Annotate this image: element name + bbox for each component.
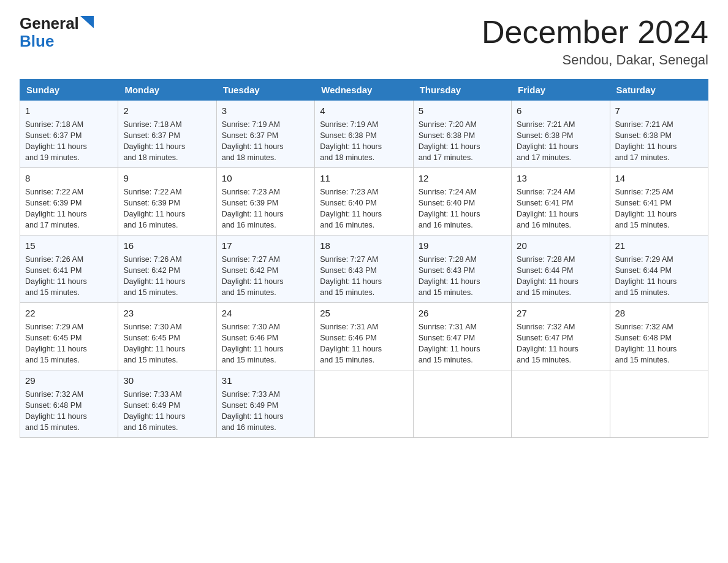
day-info: Sunrise: 7:32 AM Sunset: 6:48 PM Dayligh… [25, 389, 113, 434]
column-header-tuesday: Tuesday [216, 80, 314, 101]
day-number: 31 [222, 374, 309, 388]
day-number: 6 [517, 104, 604, 118]
day-info: Sunrise: 7:30 AM Sunset: 6:46 PM Dayligh… [222, 321, 309, 366]
calendar-day-cell: 27Sunrise: 7:32 AM Sunset: 6:47 PM Dayli… [512, 303, 610, 370]
day-info: Sunrise: 7:32 AM Sunset: 6:47 PM Dayligh… [517, 321, 604, 366]
day-number: 2 [123, 104, 211, 118]
calendar-day-cell: 25Sunrise: 7:31 AM Sunset: 6:46 PM Dayli… [315, 303, 413, 370]
day-number: 10 [222, 172, 309, 185]
logo-triangle-icon [80, 16, 94, 28]
day-number: 21 [615, 239, 703, 253]
day-number: 1 [25, 104, 113, 118]
day-number: 26 [419, 307, 506, 320]
calendar-day-cell: 20Sunrise: 7:28 AM Sunset: 6:44 PM Dayli… [512, 236, 610, 303]
calendar-day-cell: 9Sunrise: 7:22 AM Sunset: 6:39 PM Daylig… [118, 168, 216, 236]
day-info: Sunrise: 7:28 AM Sunset: 6:43 PM Dayligh… [419, 254, 506, 299]
calendar-day-cell: 24Sunrise: 7:30 AM Sunset: 6:46 PM Dayli… [216, 303, 314, 370]
calendar-day-cell: 14Sunrise: 7:25 AM Sunset: 6:41 PM Dayli… [610, 168, 708, 236]
logo-blue-text: Blue [20, 33, 54, 50]
day-info: Sunrise: 7:31 AM Sunset: 6:47 PM Dayligh… [419, 321, 506, 366]
day-info: Sunrise: 7:24 AM Sunset: 6:41 PM Dayligh… [517, 186, 604, 231]
day-number: 24 [222, 307, 309, 320]
calendar-day-cell: 12Sunrise: 7:24 AM Sunset: 6:40 PM Dayli… [413, 168, 511, 236]
empty-cell [315, 370, 413, 438]
day-number: 11 [320, 172, 408, 185]
day-info: Sunrise: 7:25 AM Sunset: 6:41 PM Dayligh… [615, 186, 703, 231]
calendar-day-cell: 16Sunrise: 7:26 AM Sunset: 6:42 PM Dayli… [118, 236, 216, 303]
calendar-header-row: SundayMondayTuesdayWednesdayThursdayFrid… [20, 80, 708, 101]
day-number: 29 [25, 374, 113, 388]
calendar-day-cell: 1Sunrise: 7:18 AM Sunset: 6:37 PM Daylig… [20, 101, 118, 168]
day-info: Sunrise: 7:18 AM Sunset: 6:37 PM Dayligh… [25, 119, 113, 164]
calendar-day-cell: 7Sunrise: 7:21 AM Sunset: 6:38 PM Daylig… [610, 101, 708, 168]
calendar-day-cell: 6Sunrise: 7:21 AM Sunset: 6:38 PM Daylig… [512, 101, 610, 168]
day-info: Sunrise: 7:23 AM Sunset: 6:40 PM Dayligh… [320, 186, 408, 231]
day-info: Sunrise: 7:27 AM Sunset: 6:43 PM Dayligh… [320, 254, 408, 299]
column-header-friday: Friday [512, 80, 610, 101]
day-number: 25 [320, 307, 408, 320]
calendar-day-cell: 10Sunrise: 7:23 AM Sunset: 6:39 PM Dayli… [216, 168, 314, 236]
calendar-day-cell: 4Sunrise: 7:19 AM Sunset: 6:38 PM Daylig… [315, 101, 413, 168]
calendar-week-row: 22Sunrise: 7:29 AM Sunset: 6:45 PM Dayli… [20, 303, 708, 370]
calendar-table: SundayMondayTuesdayWednesdayThursdayFrid… [20, 79, 708, 438]
logo: General Blue [20, 15, 94, 50]
svg-marker-0 [80, 16, 94, 28]
calendar-day-cell: 22Sunrise: 7:29 AM Sunset: 6:45 PM Dayli… [20, 303, 118, 370]
calendar-day-cell: 23Sunrise: 7:30 AM Sunset: 6:45 PM Dayli… [118, 303, 216, 370]
calendar-day-cell: 5Sunrise: 7:20 AM Sunset: 6:38 PM Daylig… [413, 101, 511, 168]
day-info: Sunrise: 7:33 AM Sunset: 6:49 PM Dayligh… [222, 389, 309, 434]
day-info: Sunrise: 7:18 AM Sunset: 6:37 PM Dayligh… [123, 119, 211, 164]
day-info: Sunrise: 7:21 AM Sunset: 6:38 PM Dayligh… [615, 119, 703, 164]
title-block: December 2024 Sendou, Dakar, Senegal [482, 15, 708, 68]
calendar-week-row: 1Sunrise: 7:18 AM Sunset: 6:37 PM Daylig… [20, 101, 708, 168]
day-info: Sunrise: 7:24 AM Sunset: 6:40 PM Dayligh… [419, 186, 506, 231]
day-info: Sunrise: 7:29 AM Sunset: 6:44 PM Dayligh… [615, 254, 703, 299]
day-number: 16 [123, 239, 211, 253]
page-header: General Blue December 2024 Sendou, Dakar… [20, 15, 708, 68]
day-number: 8 [25, 172, 113, 185]
day-number: 30 [123, 374, 211, 388]
day-info: Sunrise: 7:19 AM Sunset: 6:38 PM Dayligh… [320, 119, 408, 164]
calendar-day-cell: 2Sunrise: 7:18 AM Sunset: 6:37 PM Daylig… [118, 101, 216, 168]
day-info: Sunrise: 7:30 AM Sunset: 6:45 PM Dayligh… [123, 321, 211, 366]
calendar-day-cell: 18Sunrise: 7:27 AM Sunset: 6:43 PM Dayli… [315, 236, 413, 303]
day-number: 28 [615, 307, 703, 320]
day-info: Sunrise: 7:26 AM Sunset: 6:41 PM Dayligh… [25, 254, 113, 299]
day-number: 15 [25, 239, 113, 253]
day-number: 3 [222, 104, 309, 118]
empty-cell [610, 370, 708, 438]
column-header-wednesday: Wednesday [315, 80, 413, 101]
day-info: Sunrise: 7:31 AM Sunset: 6:46 PM Dayligh… [320, 321, 408, 366]
calendar-day-cell: 21Sunrise: 7:29 AM Sunset: 6:44 PM Dayli… [610, 236, 708, 303]
calendar-week-row: 29Sunrise: 7:32 AM Sunset: 6:48 PM Dayli… [20, 370, 708, 438]
column-header-monday: Monday [118, 80, 216, 101]
day-number: 9 [123, 172, 211, 185]
logo-general-text: General [20, 15, 79, 33]
day-number: 18 [320, 239, 408, 253]
day-info: Sunrise: 7:20 AM Sunset: 6:38 PM Dayligh… [419, 119, 506, 164]
day-number: 19 [419, 239, 506, 253]
day-number: 5 [419, 104, 506, 118]
day-number: 20 [517, 239, 604, 253]
calendar-day-cell: 3Sunrise: 7:19 AM Sunset: 6:37 PM Daylig… [216, 101, 314, 168]
empty-cell [512, 370, 610, 438]
day-number: 7 [615, 104, 703, 118]
calendar-week-row: 8Sunrise: 7:22 AM Sunset: 6:39 PM Daylig… [20, 168, 708, 236]
day-info: Sunrise: 7:21 AM Sunset: 6:38 PM Dayligh… [517, 119, 604, 164]
day-info: Sunrise: 7:22 AM Sunset: 6:39 PM Dayligh… [25, 186, 113, 231]
day-info: Sunrise: 7:29 AM Sunset: 6:45 PM Dayligh… [25, 321, 113, 366]
day-info: Sunrise: 7:22 AM Sunset: 6:39 PM Dayligh… [123, 186, 211, 231]
calendar-day-cell: 11Sunrise: 7:23 AM Sunset: 6:40 PM Dayli… [315, 168, 413, 236]
calendar-week-row: 15Sunrise: 7:26 AM Sunset: 6:41 PM Dayli… [20, 236, 708, 303]
calendar-day-cell: 19Sunrise: 7:28 AM Sunset: 6:43 PM Dayli… [413, 236, 511, 303]
day-number: 27 [517, 307, 604, 320]
calendar-day-cell: 26Sunrise: 7:31 AM Sunset: 6:47 PM Dayli… [413, 303, 511, 370]
day-info: Sunrise: 7:33 AM Sunset: 6:49 PM Dayligh… [123, 389, 211, 434]
day-info: Sunrise: 7:28 AM Sunset: 6:44 PM Dayligh… [517, 254, 604, 299]
calendar-day-cell: 31Sunrise: 7:33 AM Sunset: 6:49 PM Dayli… [216, 370, 314, 438]
calendar-day-cell: 29Sunrise: 7:32 AM Sunset: 6:48 PM Dayli… [20, 370, 118, 438]
day-info: Sunrise: 7:32 AM Sunset: 6:48 PM Dayligh… [615, 321, 703, 366]
column-header-saturday: Saturday [610, 80, 708, 101]
day-info: Sunrise: 7:23 AM Sunset: 6:39 PM Dayligh… [222, 186, 309, 231]
column-header-sunday: Sunday [20, 80, 118, 101]
